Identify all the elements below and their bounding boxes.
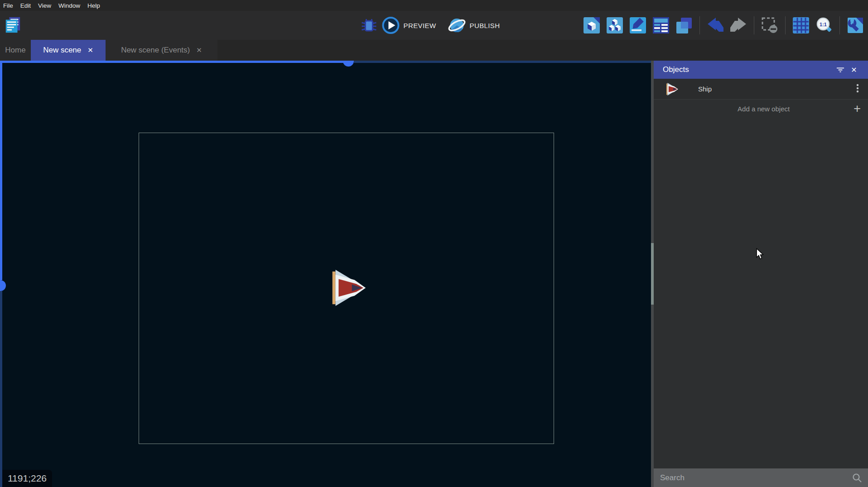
menu-edit[interactable]: Edit [20, 2, 31, 9]
layers-button[interactable] [675, 16, 693, 34]
toolbar-separator [754, 16, 754, 34]
grid-icon [792, 16, 810, 34]
scene-settings-button[interactable] [846, 16, 864, 34]
canvas-hscrollbar[interactable] [0, 61, 344, 63]
tab-home[interactable]: Home [0, 40, 31, 61]
object-groups-icon [606, 16, 624, 34]
publish-button[interactable] [448, 16, 466, 34]
objects-search-bar [654, 468, 868, 487]
tab-home-label: Home [5, 46, 25, 55]
canvas-vscrollbar[interactable] [0, 61, 2, 280]
zoom-1-1-button[interactable]: 1:1 [815, 16, 833, 34]
toolbar-separator [839, 16, 840, 34]
toolbar: PREVIEW PUBLISH [0, 11, 868, 40]
object-name: Ship [698, 85, 854, 93]
canvas-vscrollbar[interactable] [0, 291, 2, 487]
ship-instance[interactable] [327, 268, 366, 308]
publish-label[interactable]: PUBLISH [469, 22, 500, 29]
publish-globe-icon [448, 16, 466, 34]
properties-icon [629, 16, 647, 34]
canvas-vscrollbar-thumb[interactable] [0, 280, 6, 291]
toolbar-separator [699, 16, 700, 34]
menu-file[interactable]: File [3, 2, 13, 9]
tab-new-scene-events[interactable]: New scene (Events) ✕ [106, 40, 217, 61]
project-manager-button[interactable] [4, 16, 22, 34]
object-groups-button[interactable] [606, 16, 624, 34]
filter-icon [835, 65, 845, 75]
grid-button[interactable] [792, 16, 810, 34]
objects-panel: Objects ✕ Ship [654, 61, 868, 487]
menu-help[interactable]: Help [87, 2, 100, 9]
toolbar-center: PREVIEW PUBLISH [360, 11, 508, 40]
tab-bar: Home New scene ✕ New scene (Events) ✕ [0, 40, 868, 61]
kebab-menu-icon [854, 83, 862, 93]
tab-close-icon[interactable]: ✕ [87, 46, 93, 54]
debugger-button[interactable] [360, 16, 378, 34]
layers-icon [675, 16, 693, 34]
svg-text:1:1: 1:1 [820, 22, 827, 27]
properties-button[interactable] [629, 16, 647, 34]
tab-close-icon[interactable]: ✕ [196, 46, 202, 54]
objects-editor-icon [583, 16, 601, 34]
objects-search-input[interactable] [660, 473, 852, 482]
add-new-object-button[interactable]: Add a new object + [654, 100, 868, 118]
debugger-icon [360, 16, 378, 34]
tab-new-scene-label: New scene [43, 46, 81, 55]
zoom-1-1-icon: 1:1 [815, 16, 833, 34]
object-list-item-ship[interactable]: Ship [654, 79, 868, 100]
close-panel-button[interactable]: ✕ [847, 63, 861, 76]
ship-thumbnail-icon [665, 82, 678, 96]
canvas-hscrollbar-thumb[interactable] [343, 61, 354, 67]
project-manager-icon [4, 15, 22, 34]
tab-new-scene-events-label: New scene (Events) [121, 46, 190, 55]
menu-view[interactable]: View [38, 2, 51, 9]
menu-window[interactable]: Window [58, 2, 80, 9]
preview-button[interactable] [382, 16, 400, 34]
redo-button[interactable] [729, 16, 747, 34]
tab-new-scene[interactable]: New scene ✕ [31, 40, 106, 61]
toolbar-separator [785, 16, 786, 34]
gdevelop-app: File Edit View Window Help [0, 0, 868, 487]
object-menu-button[interactable] [854, 83, 862, 95]
objects-panel-empty-area [654, 118, 868, 468]
preview-label[interactable]: PREVIEW [404, 22, 436, 29]
play-icon [382, 16, 400, 34]
plus-icon: + [854, 103, 861, 115]
objects-panel-title: Objects [663, 65, 834, 74]
objects-editor-button[interactable] [583, 16, 601, 34]
undo-icon [706, 16, 724, 34]
scene-editor-canvas[interactable]: 1191;226 [0, 61, 651, 487]
redo-icon [729, 16, 747, 34]
add-new-object-label: Add a new object [661, 105, 854, 113]
clear-selection-button[interactable] [761, 16, 779, 34]
toolbar-right: 1:1 [583, 11, 864, 40]
search-icon [852, 473, 863, 483]
clear-selection-icon [761, 16, 779, 34]
undo-button[interactable] [706, 16, 724, 34]
canvas-hscrollbar[interactable] [354, 61, 651, 63]
objects-panel-header: Objects ✕ [654, 61, 868, 79]
instances-list-icon [652, 16, 670, 34]
scene-settings-icon [846, 16, 864, 34]
filter-button[interactable] [834, 63, 847, 76]
cursor-coordinates: 1191;226 [2, 470, 52, 487]
instances-list-button[interactable] [652, 16, 670, 34]
menu-bar: File Edit View Window Help [0, 0, 868, 11]
